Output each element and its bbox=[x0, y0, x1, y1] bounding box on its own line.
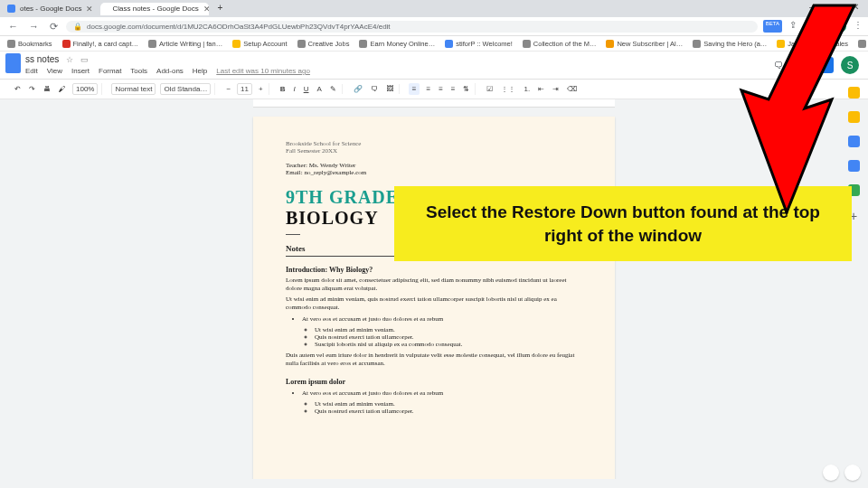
comments-icon[interactable]: 🗨 bbox=[774, 61, 783, 70]
keep-app-icon[interactable] bbox=[848, 111, 860, 123]
minimize-button[interactable]: — bbox=[809, 2, 818, 12]
list-item: Ut wisi enim ad minim veniam. bbox=[315, 326, 582, 333]
menu-edit[interactable]: Edit bbox=[25, 67, 38, 75]
doc-school: Brookside School for Science bbox=[286, 140, 582, 147]
extensions-icon[interactable]: ✦ bbox=[819, 20, 826, 33]
bookmark-item[interactable]: stiforP :: Welcome! bbox=[445, 40, 513, 48]
italic-button[interactable]: I bbox=[291, 84, 297, 94]
menu-tools[interactable]: Tools bbox=[130, 67, 147, 75]
tab-close-icon[interactable]: ✕ bbox=[203, 5, 210, 14]
bulleted-list-icon[interactable]: ⋮⋮ bbox=[499, 84, 517, 94]
zoom-select[interactable]: 100% bbox=[72, 83, 98, 95]
back-icon[interactable]: ← bbox=[5, 21, 21, 32]
bookmark-item[interactable]: Earn Money Online… bbox=[359, 40, 435, 48]
bookmark-item[interactable]: Saving the Hero (a… bbox=[858, 40, 868, 48]
docs-logo-icon[interactable] bbox=[5, 53, 21, 73]
bookmark-item[interactable]: Creative Jobs bbox=[297, 40, 350, 48]
bookmark-item[interactable]: Bookmarks bbox=[7, 40, 52, 48]
horizontal-ruler[interactable] bbox=[253, 99, 615, 108]
tab-close-icon[interactable]: ✕ bbox=[86, 5, 93, 14]
decrease-indent-icon[interactable]: ⇤ bbox=[536, 84, 546, 94]
bold-button[interactable]: B bbox=[278, 84, 288, 94]
align-justify-icon[interactable]: ≡ bbox=[449, 84, 458, 94]
editor-canvas: Brookside School for Science Fall Semest… bbox=[0, 99, 868, 479]
beta-badge: BETA bbox=[763, 20, 782, 33]
profile-avatar-icon[interactable]: S bbox=[834, 20, 846, 33]
tasks-app-icon[interactable] bbox=[848, 136, 860, 147]
align-left-icon[interactable]: ≡ bbox=[409, 83, 420, 95]
bookmark-label: Japanese fairy tales bbox=[788, 40, 848, 48]
redo-icon[interactable]: ↷ bbox=[27, 84, 37, 94]
share-page-icon[interactable]: ⇪ bbox=[789, 20, 797, 33]
document-page[interactable]: Brookside School for Science Fall Semest… bbox=[253, 117, 615, 479]
font-size-input[interactable]: 11 bbox=[237, 83, 252, 95]
paragraph-style-select[interactable]: Normal text bbox=[111, 83, 156, 95]
tab-label: otes - Google Docs bbox=[20, 5, 81, 13]
insert-image-icon[interactable]: 🖼 bbox=[384, 84, 395, 94]
menu-bar: Edit View Insert Format Tools Add-ons He… bbox=[25, 64, 859, 79]
font-select[interactable]: Old Standa… bbox=[160, 83, 211, 95]
bookmark-label: Creative Jobs bbox=[308, 40, 350, 48]
menu-icon[interactable]: ⋮ bbox=[854, 20, 863, 33]
bookmark-icon bbox=[297, 40, 306, 48]
bookmark-item[interactable]: Saving the Hero (a… bbox=[693, 40, 767, 48]
address-bar[interactable]: 🔒 docs.google.com/document/d/1MU2CA6ODrh… bbox=[66, 21, 758, 33]
align-right-icon[interactable]: ≡ bbox=[437, 84, 445, 94]
menu-view[interactable]: View bbox=[47, 67, 62, 75]
increase-indent-icon[interactable]: ⇥ bbox=[551, 84, 561, 94]
highlight-icon[interactable]: ✎ bbox=[328, 84, 338, 94]
new-tab-button[interactable]: + bbox=[212, 2, 227, 16]
paint-format-icon[interactable]: 🖌 bbox=[57, 84, 68, 94]
contacts-app-icon[interactable] bbox=[848, 160, 860, 172]
bookmark-item[interactable]: Article Writing | fan… bbox=[148, 40, 222, 48]
bookmark-label: Setup Account bbox=[243, 40, 287, 48]
reload-icon[interactable]: ⟳ bbox=[47, 21, 61, 33]
move-icon[interactable]: ▭ bbox=[80, 55, 89, 64]
list-item: Suscipit lobortis nisl ut aliquip ex ea … bbox=[315, 341, 582, 348]
help-button[interactable] bbox=[844, 465, 861, 481]
align-center-icon[interactable]: ≡ bbox=[424, 84, 432, 94]
menu-addons[interactable]: Add-ons bbox=[156, 67, 184, 75]
document-title[interactable]: ss notes bbox=[25, 54, 59, 64]
print-icon[interactable]: 🖶 bbox=[42, 84, 52, 94]
bookmark-icon bbox=[62, 40, 71, 48]
increase-font-icon[interactable]: + bbox=[257, 84, 265, 94]
bookmark-item[interactable]: New Subscriber | Al… bbox=[606, 40, 683, 48]
bookmark-label: Collection of the M… bbox=[533, 40, 597, 48]
undo-icon[interactable]: ↶ bbox=[13, 84, 23, 94]
menu-format[interactable]: Format bbox=[99, 67, 121, 75]
share-button[interactable]: Share bbox=[790, 57, 834, 73]
list-item: Ut wisi enim ad minim veniam. bbox=[315, 400, 582, 408]
bookmark-star-icon[interactable]: ☆ bbox=[804, 20, 812, 33]
underline-button[interactable]: U bbox=[302, 84, 311, 94]
clear-formatting-icon[interactable]: ⌫ bbox=[565, 84, 579, 94]
bookmark-item[interactable]: Setup Account bbox=[232, 40, 287, 48]
explore-button[interactable] bbox=[823, 465, 839, 481]
text-color-icon[interactable]: A bbox=[315, 84, 323, 94]
bookmark-item[interactable]: Japanese fairy tales bbox=[777, 40, 848, 48]
url-text: docs.google.com/document/d/1MU2CA6ODrhOa… bbox=[87, 23, 391, 31]
last-edit-link[interactable]: Last edit was 10 minutes ago bbox=[216, 67, 310, 75]
browser-tab[interactable]: otes - Google Docs ✕ bbox=[0, 3, 100, 15]
menu-help[interactable]: Help bbox=[193, 67, 207, 75]
restore-down-button[interactable]: ▭ bbox=[831, 2, 839, 12]
menu-insert[interactable]: Insert bbox=[71, 67, 90, 75]
bookmark-item[interactable]: Collection of the M… bbox=[523, 40, 597, 48]
checklist-icon[interactable]: ☑ bbox=[485, 84, 495, 94]
insert-comment-icon[interactable]: 🗨 bbox=[369, 84, 380, 94]
explore-fab-area bbox=[823, 465, 861, 481]
calendar-app-icon[interactable] bbox=[848, 87, 860, 99]
account-avatar[interactable]: S bbox=[841, 56, 859, 74]
instruction-callout: Select the Restore Down button found at … bbox=[394, 186, 852, 261]
browser-tab-strip: otes - Google Docs ✕ Class notes - Googl… bbox=[0, 0, 868, 17]
insert-link-icon[interactable]: 🔗 bbox=[352, 84, 364, 94]
decrease-font-icon[interactable]: − bbox=[224, 84, 232, 94]
bookmark-item[interactable]: Finally!, a card capt… bbox=[62, 40, 139, 48]
browser-tab[interactable]: Class notes - Google Docs ✕ bbox=[100, 3, 209, 15]
star-icon[interactable]: ☆ bbox=[66, 55, 73, 64]
numbered-list-icon[interactable]: 1. bbox=[522, 84, 532, 94]
close-window-button[interactable]: ✕ bbox=[852, 2, 859, 12]
bookmark-icon bbox=[232, 40, 241, 48]
forward-icon[interactable]: → bbox=[26, 21, 42, 32]
line-spacing-icon[interactable]: ⇅ bbox=[461, 84, 471, 94]
